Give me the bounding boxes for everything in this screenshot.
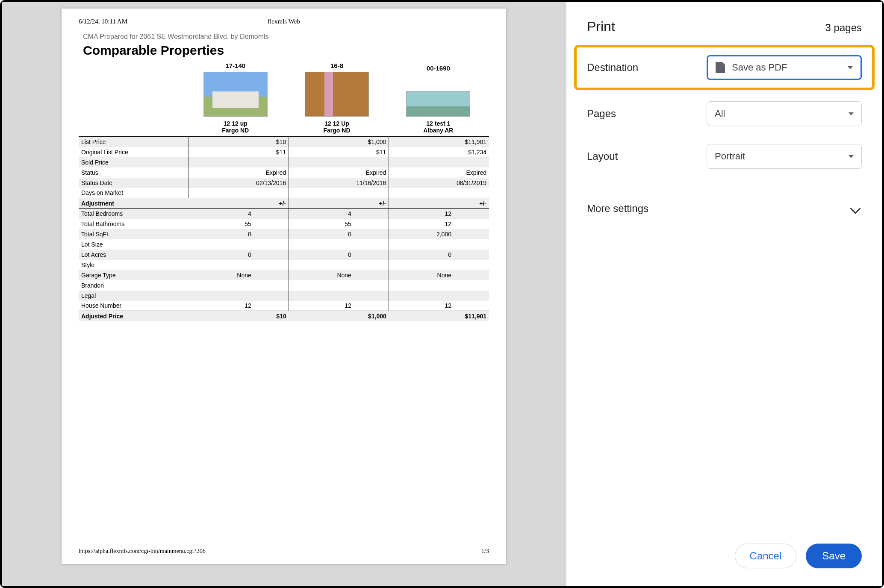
table-row: Garage Type None None None xyxy=(79,270,489,280)
table-row: Original List Price $11 $11 $1,234 xyxy=(79,147,489,157)
divider xyxy=(566,187,882,187)
comp-mls: 16-8 xyxy=(286,62,387,69)
comp-line1: 12 12 up xyxy=(185,120,286,127)
preview-pagenum: 1/3 xyxy=(481,548,489,555)
table-row: Brandon xyxy=(79,280,489,291)
table-row: Total Bedrooms 4 4 12 xyxy=(79,209,489,219)
comp-photo xyxy=(406,91,470,117)
layout-select[interactable]: Portrait xyxy=(707,144,862,169)
comp-line2: Fargo ND xyxy=(185,127,286,134)
table-row: Style xyxy=(79,260,489,270)
cancel-button[interactable]: Cancel xyxy=(735,544,797,568)
comp-line1: 12 test 1 xyxy=(388,120,489,127)
page-count: 3 pages xyxy=(825,22,862,34)
print-preview-pane[interactable]: 6/12/24, 10:11 AM flexmls Web CMA Prepar… xyxy=(2,2,566,586)
table-row: Lot Acres 0 0 0 xyxy=(79,250,489,260)
caret-down-icon xyxy=(848,66,853,69)
comp-mls: 17-140 xyxy=(185,62,286,69)
more-settings-toggle[interactable]: More settings xyxy=(587,200,862,217)
table-row: House Number 12 12 12 xyxy=(79,301,489,311)
page-title: Comparable Properties xyxy=(83,43,489,58)
chevron-down-icon xyxy=(850,203,860,214)
comp-mls: 00-1690 xyxy=(388,65,489,72)
table-row: Total Bathrooms 55 55 12 xyxy=(79,219,489,229)
save-button[interactable]: Save xyxy=(806,544,862,568)
preview-page: 6/12/24, 10:11 AM flexmls Web CMA Prepar… xyxy=(62,9,506,564)
prepared-for: CMA Prepared for 2061 SE Westmoreland Bl… xyxy=(83,33,489,41)
destination-value: Save as PDF xyxy=(732,62,787,73)
pages-value: All xyxy=(715,108,725,119)
layout-value: Portrait xyxy=(715,151,745,162)
layout-label: Layout xyxy=(587,150,707,162)
preview-site: flexmls Web xyxy=(268,18,300,25)
table-row: Days on Market xyxy=(79,188,489,198)
table-row: Total SqFt. 0 0 2,000 xyxy=(79,229,489,239)
table-row: Status Date 02/13/2016 11/16/2016 08/31/… xyxy=(79,178,489,188)
print-panel: Print 3 pages Destination Save as PDF Pa… xyxy=(566,2,882,586)
comp-line2: Fargo ND xyxy=(286,127,387,134)
adjusted-price-label: Adjusted Price xyxy=(79,311,189,321)
print-title: Print xyxy=(587,19,615,35)
more-settings-label: More settings xyxy=(587,203,648,215)
caret-down-icon xyxy=(849,155,854,158)
comp-photo xyxy=(203,72,268,117)
comp-photo xyxy=(305,72,369,117)
preview-timestamp: 6/12/24, 10:11 AM xyxy=(79,18,127,25)
table-row: List Price $10 $1,000 $11,901 xyxy=(79,137,489,147)
destination-label: Destination xyxy=(587,62,707,74)
caret-down-icon xyxy=(849,112,854,115)
comp-line1: 12 12 Up xyxy=(286,120,387,127)
adjustment-label: Adjustment xyxy=(79,198,189,209)
table-row: Status Expired Expired Expired xyxy=(79,168,489,178)
destination-select[interactable]: Save as PDF xyxy=(707,55,862,80)
pages-label: Pages xyxy=(587,108,707,120)
table-row: Sold Price xyxy=(79,157,489,168)
preview-url: https://alpha.flexmls.com/cgi-bin/mainme… xyxy=(79,548,206,555)
pages-select[interactable]: All xyxy=(707,101,862,126)
comparable-table: List Price $10 $1,000 $11,901Original Li… xyxy=(79,136,489,321)
comp-line2: Albany AR xyxy=(388,127,489,134)
table-row: Lot Size xyxy=(79,239,489,250)
table-row: Legal xyxy=(79,291,489,301)
file-icon xyxy=(716,62,725,73)
